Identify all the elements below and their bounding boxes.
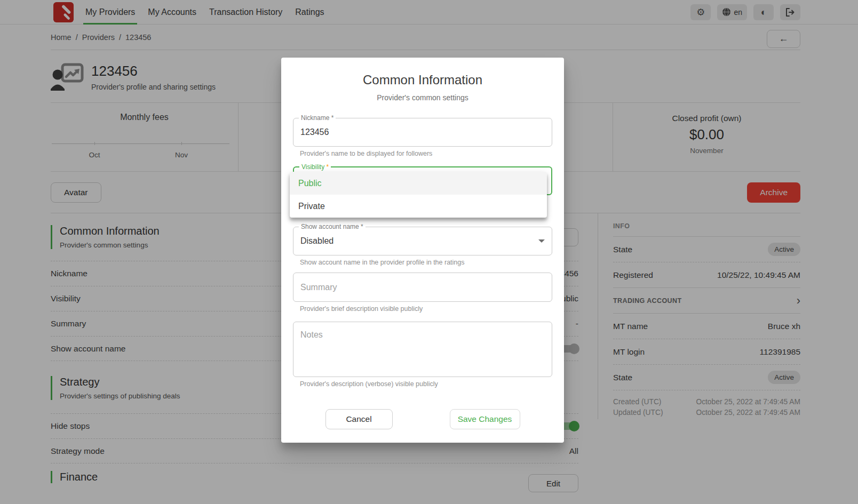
visibility-option-public[interactable]: Public [290,172,547,195]
notes-field[interactable]: Notes [293,322,552,377]
save-changes-button[interactable]: Save Changes [450,409,520,429]
page: My Providers My Accounts Transaction His… [0,0,858,504]
notes-placeholder: Notes [300,330,323,340]
required-asterisk: * [326,163,329,171]
dialog-subtitle: Provider's common settings [293,93,552,102]
cancel-button[interactable]: Cancel [325,409,393,429]
show-account-name-select-value: Disabled [300,236,333,246]
show-account-name-select-label: Show account name * [299,223,366,230]
nickname-field-label: Nickname * [299,114,336,122]
show-account-name-helper-text: Show account name in the provider profil… [300,259,552,266]
nickname-field-value: 123456 [300,127,329,137]
dialog-title: Common Information [293,73,552,87]
common-information-dialog: Common Information Provider's common set… [281,58,564,443]
dialog-buttons: Cancel Save Changes [293,409,552,429]
notes-helper-text: Provider's description (verbose) visible… [300,380,552,388]
show-account-name-select[interactable]: Show account name * Disabled [293,227,552,255]
summary-field[interactable]: Summary [293,273,552,302]
nickname-helper-text: Provider's name to be displayed for foll… [300,150,552,157]
visibility-option-private[interactable]: Private [290,195,547,218]
summary-placeholder: Summary [300,283,337,292]
visibility-dropdown-menu: Public Private [290,172,547,218]
visibility-select-label: Visibility * [299,163,331,171]
summary-helper-text: Provider's brief description visible pub… [300,305,552,313]
nickname-field[interactable]: Nickname * 123456 [293,118,552,147]
select-arrow-icon [538,239,545,243]
